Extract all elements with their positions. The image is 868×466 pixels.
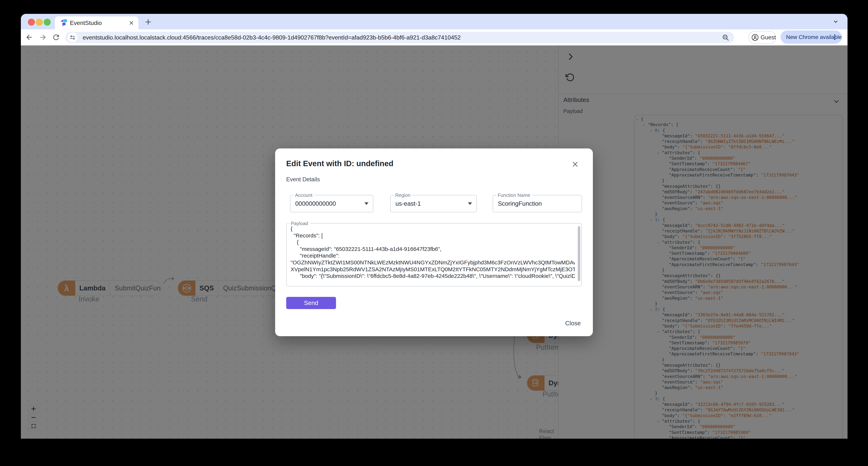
reload-button[interactable] <box>52 33 60 41</box>
back-button[interactable] <box>25 33 34 41</box>
region-select[interactable]: Region us-east-1 <box>390 195 477 212</box>
tab-search-chevron-icon[interactable] <box>832 18 839 25</box>
macos-zoom-button[interactable] <box>44 19 51 26</box>
screenshot-background: EventStudio <box>0 0 868 466</box>
site-info-button[interactable] <box>67 32 78 42</box>
tab-title: EventStudio <box>70 20 102 26</box>
url-bar[interactable]: eventstudio.localhost.localstack.cloud:4… <box>65 32 734 43</box>
zoom-out-page-icon[interactable] <box>722 34 730 41</box>
dropdown-arrow-icon <box>365 202 369 205</box>
payload-text: { "Records": [ { "messageId": "65032221-… <box>291 226 575 284</box>
account-select[interactable]: Account 000000000000 <box>290 195 373 212</box>
region-value: us-east-1 <box>396 200 421 207</box>
tab-strip: EventStudio <box>21 14 847 29</box>
browser-toolbar: eventstudio.localhost.localstack.cloud:4… <box>21 29 847 46</box>
eventstudio-favicon-icon <box>60 19 68 27</box>
modal-title: Edit Event with ID: undefined <box>286 159 394 168</box>
function-name-field[interactable]: Function Name ScoringFunction <box>493 195 582 212</box>
forward-button[interactable] <box>38 33 47 41</box>
account-label: Account <box>293 193 314 198</box>
payload-scrollbar[interactable] <box>578 226 580 281</box>
payload-textarea[interactable]: Payload { "Records": [ { "messageId": "6… <box>286 223 582 286</box>
profile-label: Guest <box>761 34 776 41</box>
event-details-heading: Event Details <box>286 176 320 183</box>
chrome-update-button[interactable]: New Chrome available <box>780 30 842 44</box>
new-tab-button[interactable] <box>144 18 152 26</box>
function-name-label: Function Name <box>496 193 532 198</box>
macos-close-button[interactable] <box>28 19 35 26</box>
close-button[interactable]: Close <box>565 320 581 327</box>
profile-button[interactable]: Guest <box>748 31 776 44</box>
page-content: λ Lambda SubmitQuizFunction Invoke SQS Q… <box>21 46 847 439</box>
function-name-value: ScoringFunction <box>498 200 542 207</box>
browser-tab[interactable]: EventStudio <box>55 17 138 29</box>
dropdown-arrow-icon <box>468 202 472 205</box>
macos-minimize-button[interactable] <box>36 19 43 26</box>
modal-close-icon[interactable] <box>571 160 579 168</box>
browser-window: EventStudio <box>21 14 847 439</box>
browser-menu-kebab-icon[interactable] <box>831 33 838 41</box>
person-icon <box>751 34 759 41</box>
tab-close-icon[interactable] <box>128 20 134 26</box>
site-settings-icon <box>69 34 76 41</box>
region-label: Region <box>394 193 412 198</box>
send-button[interactable]: Send <box>286 297 336 309</box>
url-text: eventstudio.localhost.localstack.cloud:4… <box>83 34 461 41</box>
edit-event-modal: Edit Event with ID: undefined Event Deta… <box>275 148 593 336</box>
account-value: 000000000000 <box>295 200 336 207</box>
